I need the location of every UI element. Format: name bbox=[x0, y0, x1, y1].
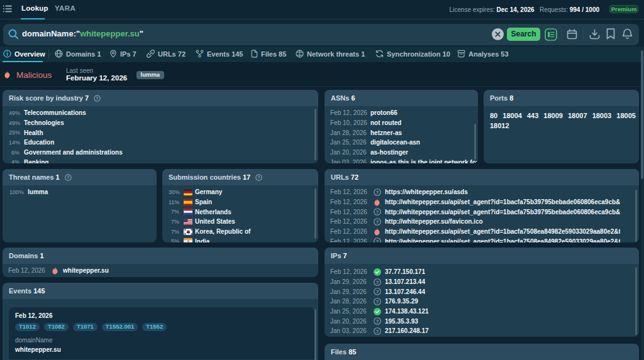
svg-text:?: ? bbox=[376, 289, 379, 295]
svg-text:?: ? bbox=[96, 95, 99, 101]
svg-text:?: ? bbox=[67, 175, 70, 180]
svg-text:?: ? bbox=[376, 329, 379, 334]
svg-text:?: ? bbox=[376, 190, 379, 195]
svg-text:?: ? bbox=[376, 319, 379, 324]
svg-text:?: ? bbox=[376, 299, 379, 305]
svg-text:?: ? bbox=[376, 209, 379, 215]
svg-text:?: ? bbox=[376, 239, 379, 243]
svg-text:?: ? bbox=[376, 279, 379, 285]
svg-text:?: ? bbox=[376, 219, 379, 225]
svg-text:?: ? bbox=[258, 175, 261, 180]
